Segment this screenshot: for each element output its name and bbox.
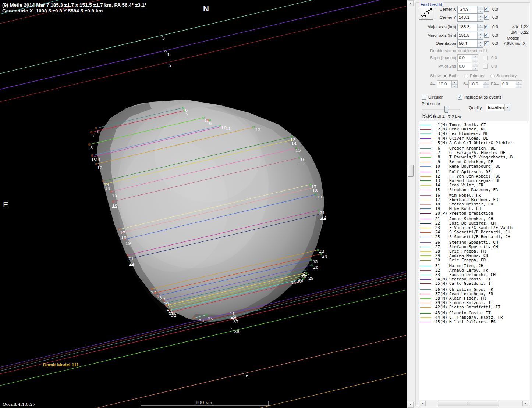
- observer-row-31[interactable]: 31Marco Iten, CH: [420, 264, 529, 268]
- observer-number: 14: [433, 183, 440, 187]
- observer-row-23[interactable]: 23F Vachier/G Sautot/E Vauth: [420, 225, 529, 230]
- center-x-input[interactable]: -24.9▲▼: [457, 6, 483, 14]
- occultation-plot-canvas[interactable]: 3456677889101011111212131314141515161617…: [0, 0, 407, 408]
- observer-row-24[interactable]: 24S Sposetti/B Bernardi, CH: [420, 230, 529, 234]
- chord-color-swatch: [420, 242, 431, 243]
- observer-row-44[interactable]: 44(M)E. Frappa/A. Klotz, FR: [420, 315, 529, 319]
- observer-row-12[interactable]: 12F. Van Den Abbeel, BE: [420, 174, 529, 178]
- observer-row-34[interactable]: 34(M)Stefano Basso, IT: [420, 277, 529, 281]
- observer-row-8[interactable]: 8T Pauwels/P Vingerhoets, B: [420, 155, 529, 159]
- observer-row-18[interactable]: 18Stefan Meister, CH: [420, 202, 529, 206]
- observer-row-15[interactable]: 15Stephane Razemon, FR: [420, 187, 529, 192]
- observer-row-33[interactable]: 33Fausto Delucchi, CH: [420, 272, 529, 277]
- quality-dropdown[interactable]: Excellent ▼: [486, 104, 511, 111]
- observer-tag: (M): [440, 136, 449, 140]
- center-y-fit-checkbox[interactable]: [484, 15, 489, 20]
- observer-row-25[interactable]: 25S Sposetti/B Bernardi, CH: [420, 235, 529, 239]
- observer-row-30[interactable]: 30Eric Frappa, FR: [420, 258, 529, 262]
- observer-number: 31: [433, 264, 440, 268]
- plot-vertical-scrollbar[interactable]: [407, 0, 414, 408]
- observer-row-14[interactable]: 14Jean Vilar, FR: [420, 183, 529, 187]
- observer-row-43[interactable]: 43(M)Claudio Costa, IT: [420, 311, 529, 315]
- observer-row-1[interactable]: 1(M)Tomas Janik, CZ: [420, 122, 529, 127]
- plot-scale-slider-thumb[interactable]: [444, 106, 448, 113]
- observer-row-6[interactable]: 6Gregor Krannich, DE: [420, 146, 529, 150]
- observer-list-horizontal-scrollbar[interactable]: [419, 400, 529, 407]
- observer-row-5[interactable]: 5(M)A Gabel/J Ohlert/G Piehler: [420, 140, 529, 145]
- observer-row-28[interactable]: 28Eric Frappa, FR: [420, 249, 529, 253]
- observer-row-37[interactable]: 37(M)Jean Lecacheux, FR: [420, 291, 529, 296]
- observer-row-39[interactable]: 39(M)Simone Bolzoni, IT: [420, 300, 529, 305]
- observer-row-26[interactable]: 26Stefano Sposetti, CH: [420, 240, 529, 244]
- observer-row-10[interactable]: 10Rene Bourtembourg, BE: [420, 164, 529, 168]
- scroll-down-icon[interactable]: [408, 402, 414, 408]
- observer-row-16[interactable]: 16Wim Nobel, FR: [420, 193, 529, 197]
- chord-color-swatch: [420, 190, 431, 190]
- horizontal-scroll-thumb[interactable]: [438, 401, 499, 406]
- a-input[interactable]: 10.0▲▼: [437, 80, 458, 88]
- observer-name: Tomas Janik, CZ: [449, 122, 486, 127]
- separation-input[interactable]: 0.0▲▼: [457, 54, 478, 62]
- chevron-down-icon[interactable]: ▼: [504, 104, 511, 111]
- major-axis-fit-checkbox[interactable]: [484, 25, 489, 29]
- separation-fit-checkbox[interactable]: [483, 56, 488, 60]
- chord-label-7: 7: [186, 112, 188, 117]
- chord-label-12: 12: [255, 127, 260, 132]
- observer-row-27[interactable]: 27Stefano Sposetti, CH: [420, 244, 529, 249]
- show-secondary-radio[interactable]: [490, 74, 495, 78]
- scroll-left-icon[interactable]: [420, 401, 426, 406]
- observer-row-38[interactable]: 38(M)Alain Figer, FR: [420, 296, 529, 300]
- observer-row-29[interactable]: 29Andrea Manna, CH: [420, 253, 529, 258]
- plot-scale-slider-track[interactable]: [422, 109, 460, 110]
- pa2-input[interactable]: 0.0▲▼: [501, 80, 522, 88]
- observer-tag: (M): [440, 131, 449, 136]
- circular-checkbox[interactable]: [422, 95, 426, 100]
- pa-of-2nd-fit-checkbox[interactable]: [483, 64, 488, 69]
- observer-row-36[interactable]: 36(M)Christian Gros, FR: [420, 287, 529, 291]
- observer-row-11[interactable]: 11Rolf Apitzsch, DE: [420, 169, 529, 174]
- observer-row-45[interactable]: 45(M)Hilari Pallares, ES: [420, 319, 529, 324]
- pa-of-2nd-input[interactable]: 0.0▲▼: [457, 63, 478, 71]
- observer-row-13[interactable]: 13Roland Boninsegna, BE: [420, 178, 529, 183]
- minor-axis-fit-checkbox[interactable]: [484, 33, 489, 38]
- orientation-fit-checkbox[interactable]: [484, 41, 489, 46]
- chord-label-19: 19: [125, 241, 131, 246]
- observer-row-42[interactable]: 42(M)Pietro Baruffetti, IT: [420, 305, 529, 309]
- chord-label-8: 8: [205, 118, 208, 123]
- observer-row-2[interactable]: 2(M)Henk Bulder, NL: [420, 127, 529, 131]
- include-miss-events-label: Include Miss events: [464, 95, 501, 99]
- major-axis-input[interactable]: 185.3▲▼: [457, 24, 483, 31]
- observer-name: S Sposetti/B Bernardi, CH: [449, 235, 510, 239]
- observer-row-20[interactable]: 20(P)Preston prediction: [420, 211, 529, 215]
- observer-row-35[interactable]: 35(M)Carlo Gualdoni, IT: [420, 281, 529, 286]
- observer-row-9[interactable]: 9Bernd Gaehrken, DE: [420, 160, 529, 164]
- observer-row-17[interactable]: 17Eberhard Bredner, FR: [420, 197, 529, 202]
- center-x-fit-checkbox[interactable]: [484, 7, 489, 12]
- plot-title-line2: Geocentric X -1008.5 ±0.8 Y 5584.5 ±0.8 …: [2, 8, 103, 14]
- observer-number: 33: [433, 272, 440, 277]
- observer-row-3[interactable]: 3(M)Lex Blommers, NL: [420, 131, 529, 136]
- observer-name: Oliver Kloes, DE: [449, 136, 488, 140]
- show-both-radio[interactable]: [443, 74, 447, 78]
- observer-name: Lex Blommers, NL: [449, 131, 488, 136]
- plot-title-line1: (9) Metis 2014 Mar 7 185.3 ±1.7 x 151.5 …: [2, 2, 147, 8]
- scroll-up-icon[interactable]: [408, 0, 414, 6]
- observer-row-7[interactable]: 7O. Farago/A. Eberle, DE: [420, 150, 529, 155]
- include-miss-events-checkbox[interactable]: [458, 95, 462, 100]
- chord-color-swatch: [420, 317, 431, 318]
- vertical-scroll-thumb[interactable]: [408, 165, 414, 177]
- show-primary-radio[interactable]: [464, 74, 468, 78]
- orientation-input[interactable]: 56.4▲▼: [457, 40, 483, 48]
- observer-number: 35: [433, 281, 440, 286]
- observer-row-32[interactable]: 32Arnaud Leroy, FR: [420, 268, 529, 272]
- minor-axis-input[interactable]: 151.5▲▼: [457, 32, 483, 40]
- observer-row-22[interactable]: 22Jose De Queiroz, CH: [420, 221, 529, 225]
- observer-row-19[interactable]: 19Mike Kohl, CH: [420, 206, 529, 211]
- center-y-input[interactable]: 148.1▲▼: [457, 14, 483, 22]
- b-input[interactable]: 10.0▲▼: [468, 80, 489, 88]
- scroll-right-icon[interactable]: [522, 401, 528, 406]
- observer-list[interactable]: 1(M)Tomas Janik, CZ2(M)Henk Bulder, NL3(…: [419, 121, 529, 407]
- observer-row-4[interactable]: 4(M)Oliver Kloes, DE: [420, 136, 529, 140]
- observer-row-21[interactable]: 21Jonas Schenker, CH: [420, 216, 529, 221]
- observer-number: 24: [433, 230, 440, 234]
